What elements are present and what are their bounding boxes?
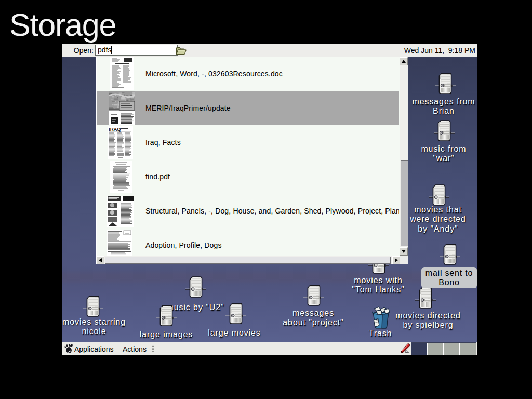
svg-text:IRAQ: IRAQ	[109, 126, 121, 132]
